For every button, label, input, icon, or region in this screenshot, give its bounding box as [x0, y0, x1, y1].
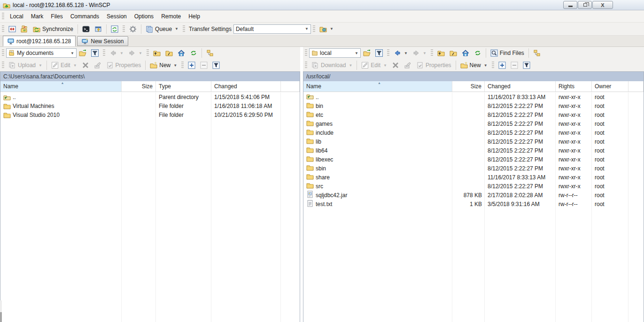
- local-properties-button[interactable]: Properties: [104, 60, 144, 70]
- transfer-settings-select[interactable]: Default ▼: [233, 24, 311, 34]
- toolbar-grip[interactable]: [2, 61, 4, 69]
- remote-header-size[interactable]: Size: [452, 81, 485, 92]
- remote-home-button[interactable]: [459, 48, 472, 58]
- local-forward-button[interactable]: ▼: [126, 48, 145, 58]
- menu-session[interactable]: Session: [103, 11, 131, 22]
- toolbar-grip[interactable]: [103, 49, 105, 57]
- toolbar-grip[interactable]: [387, 49, 389, 57]
- open-in-putty-button[interactable]: [92, 24, 104, 34]
- toolbar-grip[interactable]: [181, 61, 184, 69]
- remote-header-rights[interactable]: Rights: [556, 81, 592, 92]
- local-filter-button[interactable]: [89, 48, 101, 58]
- synchronize-button[interactable]: Synchronize: [31, 24, 76, 34]
- remote-header-changed[interactable]: Changed: [485, 81, 556, 92]
- menu-local[interactable]: Local: [6, 11, 27, 22]
- toolbar-grip[interactable]: [2, 13, 4, 20]
- remote-add-to-selection-button[interactable]: [496, 60, 508, 70]
- local-header-size[interactable]: Size: [122, 81, 156, 92]
- local-remove-from-selection-button[interactable]: [198, 60, 210, 70]
- remote-header-owner[interactable]: Owner: [592, 81, 628, 92]
- table-row[interactable]: bin8/12/2015 2:22:27 PMrwxr-xr-xroot: [303, 101, 644, 110]
- remote-forward-button[interactable]: ▼: [410, 48, 429, 58]
- local-header-changed[interactable]: Changed: [211, 81, 281, 92]
- remote-properties-button[interactable]: Properties: [414, 60, 454, 70]
- preferences-button[interactable]: [127, 24, 139, 34]
- upload-button[interactable]: Upload ▼: [6, 60, 45, 70]
- toolbar-grip[interactable]: [492, 61, 494, 69]
- toolbar-grip[interactable]: [305, 61, 307, 69]
- local-delete-button[interactable]: [79, 60, 92, 70]
- table-row[interactable]: Visual Studio 2010 File folder 10/21/201…: [0, 110, 300, 119]
- toolbar-grip[interactable]: [2, 25, 4, 33]
- remote-path-bar[interactable]: /usr/local/: [303, 72, 644, 81]
- local-refresh-button[interactable]: [187, 48, 200, 58]
- local-header-name[interactable]: Name▲: [0, 81, 122, 92]
- table-row[interactable]: Virtual Machines File folder 1/16/2018 1…: [0, 101, 300, 110]
- remote-delete-button[interactable]: [389, 60, 402, 70]
- queue-button[interactable]: Queue ▼: [143, 24, 181, 34]
- local-new-button[interactable]: New ▼: [147, 60, 179, 70]
- table-row[interactable]: ..11/16/2017 8:33:13 AMrwxr-xr-xroot: [303, 92, 644, 101]
- find-files-button[interactable]: Find Files: [488, 48, 527, 58]
- toolbar-grip[interactable]: [313, 25, 315, 33]
- local-select-files-button[interactable]: [210, 60, 222, 70]
- table-row[interactable]: test.txt1 KB3/5/2018 9:31:16 AMrw-r--r--…: [303, 199, 644, 208]
- table-row[interactable]: share11/16/2017 8:33:13 AMrwxr-xr-xroot: [303, 173, 644, 182]
- toolbar-grip[interactable]: [123, 25, 125, 33]
- menu-options[interactable]: Options: [131, 11, 157, 22]
- local-root-directory-button[interactable]: [163, 48, 175, 58]
- remote-parent-directory-button[interactable]: [435, 48, 447, 58]
- remote-open-directory-button[interactable]: [361, 48, 373, 58]
- table-row[interactable]: .. Parent directory 1/15/2018 5:41:06 PM: [0, 92, 300, 101]
- local-edit-button[interactable]: Edit ▼: [49, 60, 79, 70]
- toolbar-grip[interactable]: [431, 49, 433, 57]
- toolbar-grip[interactable]: [183, 25, 185, 33]
- remote-select-files-button[interactable]: [520, 60, 533, 70]
- refresh-panels-button[interactable]: [109, 24, 121, 34]
- local-header-type[interactable]: Type: [156, 81, 211, 92]
- open-console-button[interactable]: [80, 24, 92, 34]
- menu-mark[interactable]: Mark: [27, 11, 47, 22]
- local-open-directory-button[interactable]: [77, 48, 89, 58]
- toolbar-grip[interactable]: [305, 49, 307, 57]
- table-row[interactable]: etc8/12/2015 2:22:27 PMrwxr-xr-xroot: [303, 110, 644, 119]
- menu-remote[interactable]: Remote: [157, 11, 185, 22]
- local-drive-select[interactable]: My documents ▼: [6, 48, 77, 58]
- table-row[interactable]: lib8/12/2015 2:22:27 PMrwxr-xr-xroot: [303, 137, 644, 146]
- menu-files[interactable]: Files: [47, 11, 66, 22]
- scrollbar-thumb[interactable]: [0, 312, 2, 322]
- synchronize-browsing-button[interactable]: [18, 24, 31, 34]
- remote-root-directory-button[interactable]: [447, 48, 459, 58]
- local-path-bar[interactable]: C:\Users\sana.faraz\Documents\: [0, 72, 300, 81]
- toolbar-grip[interactable]: [147, 49, 149, 57]
- remote-remove-from-selection-button[interactable]: [508, 60, 520, 70]
- download-button[interactable]: Download ▼: [309, 60, 355, 70]
- table-row[interactable]: lib648/12/2015 2:22:27 PMrwxr-xr-xroot: [303, 146, 644, 155]
- menu-commands[interactable]: Commands: [67, 11, 103, 22]
- local-rename-button[interactable]: [92, 60, 104, 70]
- remote-filter-button[interactable]: [373, 48, 385, 58]
- menu-help[interactable]: Help: [185, 11, 204, 22]
- table-row[interactable]: games8/12/2015 2:22:27 PMrwxr-xr-xroot: [303, 119, 644, 128]
- remote-header-name[interactable]: Name▲: [303, 81, 452, 92]
- table-row[interactable]: sqljdbc42.jar878 KB2/17/2018 2:02:28 AMr…: [303, 191, 644, 199]
- remote-rename-button[interactable]: [402, 60, 414, 70]
- remote-new-button[interactable]: New ▼: [458, 60, 490, 70]
- remote-refresh-button[interactable]: [472, 48, 484, 58]
- table-row[interactable]: include8/12/2015 2:22:27 PMrwxr-xr-xroot: [303, 128, 644, 137]
- remote-back-button[interactable]: ▼: [391, 48, 410, 58]
- local-home-button[interactable]: [175, 48, 187, 58]
- remote-drive-select[interactable]: local ▼: [309, 48, 361, 58]
- tab-session-root[interactable]: root@192.168.65.128: [3, 36, 76, 46]
- restore-button[interactable]: [578, 1, 592, 9]
- explorer-style-button[interactable]: ▼: [317, 24, 336, 34]
- local-parent-directory-button[interactable]: [151, 48, 163, 58]
- remote-edit-button[interactable]: Edit ▼: [359, 60, 389, 70]
- minimize-button[interactable]: [563, 1, 577, 9]
- table-row[interactable]: src8/12/2015 2:22:27 PMrwxr-xr-xroot: [303, 182, 644, 191]
- tab-new-session[interactable]: New Session: [77, 36, 128, 46]
- local-directory-tree-button[interactable]: [204, 48, 216, 58]
- close-button[interactable]: X: [592, 1, 613, 9]
- toolbar-grip[interactable]: [2, 49, 4, 57]
- remote-directory-tree-button[interactable]: [531, 48, 543, 58]
